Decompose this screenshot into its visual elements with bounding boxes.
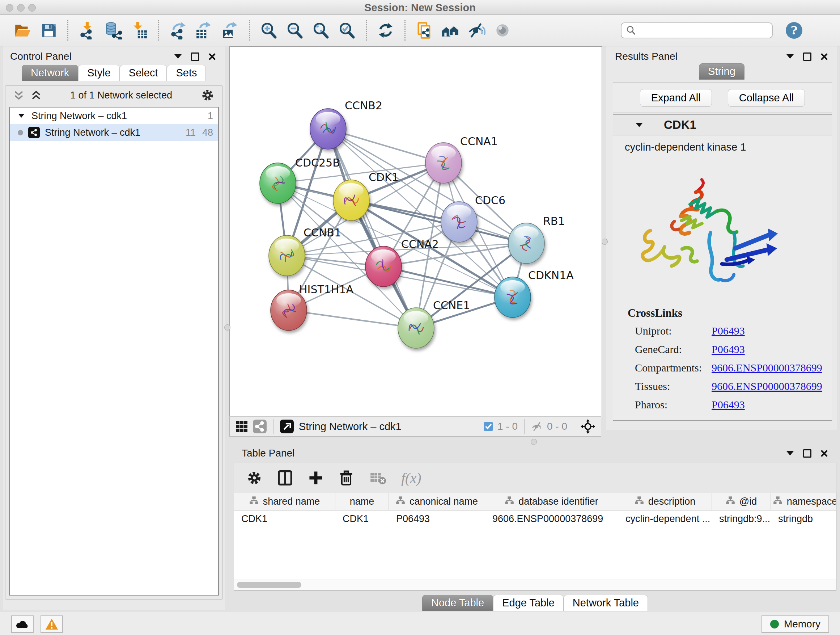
table-cell[interactable]: CDK1	[234, 510, 335, 527]
panel-close-icon[interactable]	[209, 53, 216, 60]
delete-column-icon[interactable]	[338, 470, 354, 486]
right-splitter-handle[interactable]	[602, 239, 608, 245]
network-edge-CCNB2-CCNE1[interactable]	[328, 129, 416, 328]
bottom-splitter-handle[interactable]	[531, 439, 537, 445]
network-node-CCNA1[interactable]	[425, 143, 462, 183]
crosslink-link[interactable]: P06493	[712, 325, 745, 337]
panel-float-icon[interactable]	[191, 52, 199, 61]
export-table-icon[interactable]	[194, 20, 215, 41]
warnings-button[interactable]	[41, 616, 63, 633]
node-label-CCNA2: CCNA2	[401, 238, 439, 250]
table-cell[interactable]: P06493	[389, 510, 485, 527]
network-node-CDC25B[interactable]	[260, 163, 296, 203]
network-row[interactable]: String Network – cdk1 11 48	[10, 124, 218, 141]
column-header-@id[interactable]: @id	[712, 493, 771, 510]
tab-node-table[interactable]: Node Table	[422, 595, 493, 611]
tab-style[interactable]: Style	[78, 65, 119, 81]
panel-close-icon[interactable]	[821, 450, 828, 457]
horizontal-scrollbar[interactable]	[234, 580, 836, 590]
table-cell[interactable]: CDK1	[335, 510, 389, 527]
network-share-view-icon[interactable]	[253, 420, 267, 433]
selected-checkbox-icon[interactable]	[484, 422, 493, 431]
table-cell[interactable]: stringdb	[771, 510, 836, 527]
crosslink-link[interactable]: P06493	[712, 399, 745, 411]
zoom-fit-icon[interactable]	[310, 20, 332, 41]
crosslink-link[interactable]: 9606.ENSP00000378699	[712, 380, 822, 393]
table-cell[interactable]: cyclin-dependent ...	[618, 510, 712, 527]
table-cell[interactable]: 9606.ENSP00000378699	[485, 510, 618, 527]
export-network-icon[interactable]	[167, 20, 188, 41]
network-node-CCNA2[interactable]	[365, 246, 401, 287]
birds-eye-view-icon[interactable]	[280, 420, 294, 433]
tab-string[interactable]: String	[699, 63, 745, 80]
network-node-CDC6[interactable]	[441, 202, 477, 242]
collapse-all-button[interactable]: Collapse All	[728, 89, 805, 107]
panel-close-icon[interactable]	[821, 53, 828, 60]
section-collapse-icon[interactable]	[636, 123, 643, 127]
column-header-namespace[interactable]: namespace	[771, 493, 836, 510]
scrollbar-thumb[interactable]	[237, 582, 302, 588]
column-header-shared-name[interactable]: shared name	[234, 493, 335, 510]
zoom-out-icon[interactable]	[284, 20, 305, 41]
grid-view-icon[interactable]	[235, 420, 248, 433]
zoom-selected-icon[interactable]	[336, 20, 357, 41]
network-canvas[interactable]: CCNB2CCNA1CDC25BCDK1CDC6RB1CCNB1CCNA2CDK…	[229, 46, 602, 417]
network-node-CCNB1[interactable]	[269, 235, 305, 276]
network-node-CDK1[interactable]	[333, 180, 369, 220]
column-header-canonical-name[interactable]: canonical name	[389, 493, 485, 510]
panel-float-icon[interactable]	[803, 52, 812, 61]
network-node-CCNB2[interactable]	[310, 109, 346, 149]
hide-selected-eye-icon[interactable]	[466, 20, 487, 41]
tab-edge-table[interactable]: Edge Table	[493, 595, 564, 611]
search-input[interactable]	[637, 25, 772, 36]
tab-network[interactable]: Network	[22, 65, 78, 81]
crosslink-link[interactable]: 9606.ENSP00000378699	[712, 362, 822, 374]
import-network-file-icon[interactable]	[77, 20, 98, 41]
zoom-in-icon[interactable]	[258, 20, 279, 41]
export-image-icon[interactable]	[219, 20, 240, 41]
expand-all-button[interactable]: Expand All	[640, 89, 712, 107]
collapse-all-chevrons-icon[interactable]	[31, 90, 42, 101]
shared-column-icon	[505, 496, 514, 507]
panel-menu-icon[interactable]	[174, 54, 182, 59]
tab-sets[interactable]: Sets	[167, 65, 206, 81]
clone-network-icon[interactable]	[414, 20, 435, 41]
column-header-database-identifier[interactable]: database identifier	[485, 493, 618, 510]
expand-all-chevrons-icon[interactable]	[13, 90, 24, 101]
panel-menu-icon[interactable]	[786, 54, 794, 59]
string-home-icon[interactable]	[440, 20, 461, 41]
cloud-button[interactable]	[11, 616, 34, 633]
save-session-icon[interactable]	[38, 20, 59, 41]
refresh-icon[interactable]	[375, 20, 396, 41]
column-header-name[interactable]: name	[335, 493, 389, 510]
panel-menu-icon[interactable]	[786, 451, 794, 455]
crosslink-link[interactable]: P06493	[712, 343, 745, 356]
table-cell[interactable]: stringdb:9...	[712, 510, 771, 527]
show-columns-icon[interactable]	[277, 470, 294, 486]
fit-selected-crosshair-icon[interactable]	[581, 419, 595, 434]
network-node-CCNE1[interactable]	[398, 308, 434, 348]
show-graphics-eye-icon[interactable]	[492, 20, 513, 41]
table-gear-icon[interactable]	[246, 470, 262, 486]
network-node-RB1[interactable]	[508, 223, 545, 264]
protein-section-header[interactable]: CDK1	[613, 115, 832, 135]
table-row[interactable]: CDK1CDK1P064939606.ENSP00000378699cyclin…	[234, 510, 836, 527]
gear-icon[interactable]	[201, 88, 215, 102]
help-icon[interactable]: ?	[786, 22, 802, 39]
memory-button[interactable]: Memory	[761, 616, 829, 633]
tab-select[interactable]: Select	[120, 65, 167, 81]
network-node-CDKN1A[interactable]	[494, 277, 531, 318]
search-box[interactable]	[621, 22, 773, 38]
column-header-description[interactable]: description	[618, 493, 712, 510]
open-file-icon[interactable]	[12, 20, 33, 41]
left-splitter-handle[interactable]	[224, 325, 231, 331]
network-edge-HIST1H1A-CCNE1[interactable]	[289, 310, 416, 328]
network-collection-row[interactable]: String Network – cdk1 1	[10, 108, 218, 124]
import-network-database-icon[interactable]	[103, 20, 124, 41]
import-table-icon[interactable]	[129, 20, 150, 41]
panel-float-icon[interactable]	[803, 449, 812, 458]
network-node-HIST1H1A[interactable]	[271, 290, 307, 331]
add-column-icon[interactable]	[308, 470, 324, 486]
tab-network-table[interactable]: Network Table	[564, 595, 648, 611]
collection-expand-icon[interactable]	[19, 114, 24, 118]
